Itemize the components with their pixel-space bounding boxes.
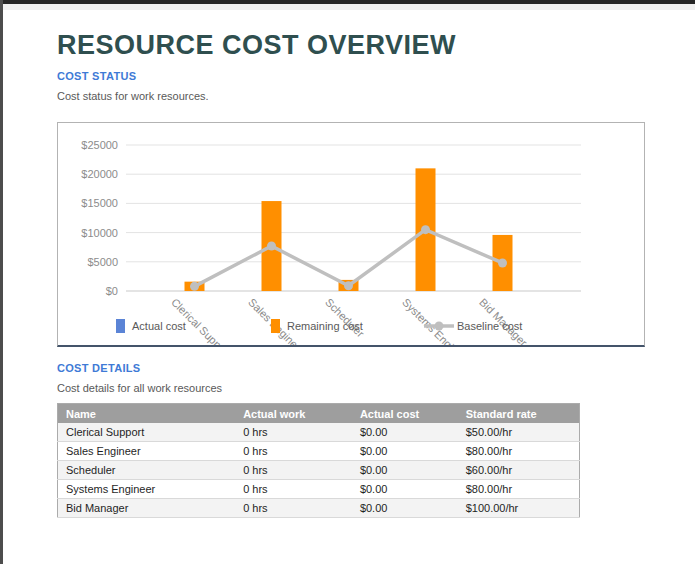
- table-cell: 0 hrs: [235, 461, 352, 480]
- table-row: Clerical Support0 hrs$0.00$50.00/hr: [58, 423, 580, 442]
- table-header-cell: Actual work: [235, 404, 352, 424]
- x-axis-category-label: Scheduler: [323, 296, 367, 340]
- table-row: Sales Engineer0 hrs$0.00$80.00/hr: [58, 442, 580, 461]
- table-cell: $0.00: [352, 480, 458, 499]
- table-header-cell: Standard rate: [458, 404, 580, 424]
- table-header-cell: Name: [58, 404, 236, 424]
- table-cell: Clerical Support: [58, 423, 236, 442]
- legend-line-marker: [435, 322, 444, 331]
- chart-line-marker: [421, 225, 430, 234]
- cost-details-heading: COST DETAILS: [57, 362, 140, 374]
- y-axis-tick-label: $25000: [81, 139, 118, 151]
- table-cell: $100.00/hr: [458, 499, 580, 518]
- table-cell: $50.00/hr: [458, 423, 580, 442]
- legend-label: Baseline cost: [457, 320, 522, 332]
- table-cell: $0.00: [352, 442, 458, 461]
- table-cell: $0.00: [352, 499, 458, 518]
- page-title: RESOURCE COST OVERVIEW: [57, 30, 456, 61]
- cost-details-description: Cost details for all work resources: [57, 382, 222, 394]
- chart-line-marker: [190, 282, 199, 291]
- table-cell: $80.00/hr: [458, 480, 580, 499]
- legend-label: Actual cost: [132, 320, 186, 332]
- cost-status-chart: $0$5000$10000$15000$20000$25000Clerical …: [57, 122, 645, 347]
- table-cell: Systems Engineer: [58, 480, 236, 499]
- cost-details-table: NameActual workActual costStandard rate …: [57, 403, 580, 518]
- table-cell: 0 hrs: [235, 423, 352, 442]
- table-row: Bid Manager0 hrs$0.00$100.00/hr: [58, 499, 580, 518]
- chart-line-marker: [344, 281, 353, 290]
- y-axis-tick-label: $20000: [81, 168, 118, 180]
- chart-canvas: $0$5000$10000$15000$20000$25000Clerical …: [58, 123, 644, 345]
- table-cell: Sales Engineer: [58, 442, 236, 461]
- chart-line: [195, 230, 503, 287]
- table-cell: Bid Manager: [58, 499, 236, 518]
- table-cell: 0 hrs: [235, 499, 352, 518]
- window-left-border: [0, 0, 3, 564]
- table-cell: $60.00/hr: [458, 461, 580, 480]
- cost-status-heading: COST STATUS: [57, 70, 136, 82]
- table-cell: Scheduler: [58, 461, 236, 480]
- table-cell: $0.00: [352, 461, 458, 480]
- table-row: Systems Engineer0 hrs$0.00$80.00/hr: [58, 480, 580, 499]
- y-axis-tick-label: $5000: [87, 256, 118, 268]
- table-header-cell: Actual cost: [352, 404, 458, 424]
- chart-line-marker: [267, 242, 276, 251]
- legend-swatch: [271, 319, 280, 333]
- table-cell: 0 hrs: [235, 442, 352, 461]
- legend-swatch: [116, 319, 125, 333]
- chart-line-marker: [498, 258, 507, 267]
- table-cell: $80.00/hr: [458, 442, 580, 461]
- table-cell: 0 hrs: [235, 480, 352, 499]
- table-row: Scheduler0 hrs$0.00$60.00/hr: [58, 461, 580, 480]
- y-axis-tick-label: $15000: [81, 197, 118, 209]
- window-top-shade: [0, 4, 695, 10]
- table-header-row: NameActual workActual costStandard rate: [58, 404, 580, 424]
- legend-label: Remaining cost: [287, 320, 363, 332]
- y-axis-tick-label: $10000: [81, 227, 118, 239]
- cost-status-description: Cost status for work resources.: [57, 90, 209, 102]
- table-cell: $0.00: [352, 423, 458, 442]
- y-axis-tick-label: $0: [106, 285, 118, 297]
